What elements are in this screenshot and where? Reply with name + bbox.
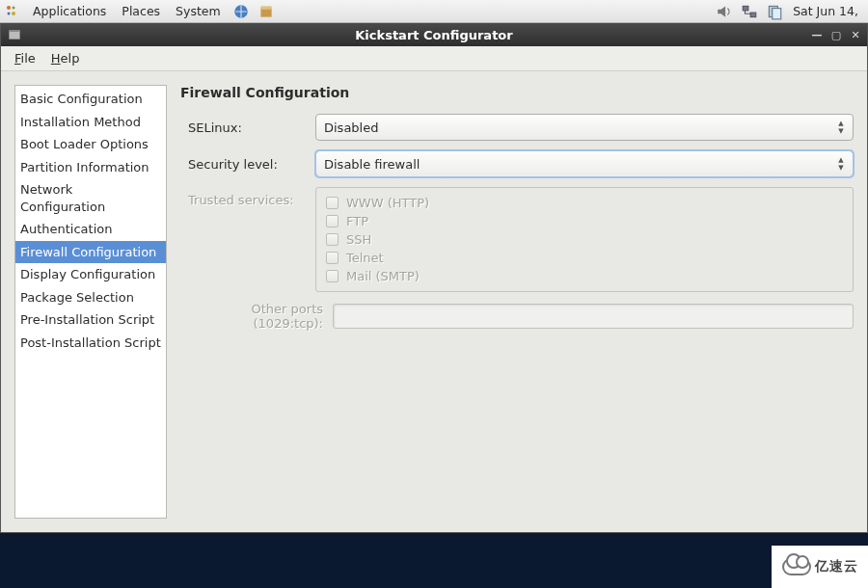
window-app-icon — [7, 27, 22, 42]
service-label: Mail (SMTP) — [346, 269, 420, 283]
service-label: FTP — [346, 214, 368, 228]
svg-rect-5 — [260, 8, 271, 16]
service-row-ssh: SSH — [326, 232, 843, 247]
sidebar-item-installation-method[interactable]: Installation Method — [15, 111, 166, 134]
volume-icon[interactable] — [716, 3, 733, 20]
selinux-label: SELinux: — [180, 120, 306, 135]
svg-point-2 — [8, 12, 11, 14]
window-title: Kickstart Configurator — [1, 28, 867, 42]
page-title: Firewall Configuration — [180, 85, 854, 100]
svg-marker-7 — [718, 6, 725, 16]
svg-point-3 — [12, 12, 15, 15]
menu-help[interactable]: Help — [43, 49, 88, 67]
security-level-label: Security level: — [180, 157, 306, 172]
close-button[interactable]: ✕ — [846, 25, 865, 44]
maximize-button[interactable]: ▢ — [827, 25, 846, 44]
watermark-text: 亿速云 — [815, 558, 858, 575]
minimize-button[interactable]: — — [807, 25, 827, 44]
service-label: Telnet — [346, 251, 384, 265]
checkbox — [326, 252, 339, 264]
other-ports-label: Other ports (1029:tcp): — [180, 302, 323, 331]
trusted-services-label: Trusted services: — [180, 187, 306, 207]
gnome-foot-icon — [4, 4, 19, 19]
sidebar-item-partition-information[interactable]: Partition Information — [15, 156, 166, 179]
svg-rect-8 — [743, 6, 748, 11]
svg-rect-11 — [773, 8, 781, 18]
panel-menu-system[interactable]: System — [168, 4, 229, 18]
service-row-telnet: Telnet — [326, 251, 843, 265]
desktop-background: 亿速云 — [0, 544, 868, 588]
trusted-services-box: WWW (HTTP)FTPSSHTelnetMail (SMTP) — [315, 187, 854, 292]
sidebar-item-basic-configuration[interactable]: Basic Configuration — [15, 88, 166, 111]
globe-icon[interactable] — [232, 3, 250, 20]
service-row-ftp: FTP — [326, 214, 843, 228]
other-ports-input — [333, 304, 854, 329]
main-panel: Firewall Configuration SELinux: Disabled… — [180, 85, 854, 519]
sidebar-item-authentication[interactable]: Authentication — [15, 218, 166, 241]
sidebar-item-pre-installation-script[interactable]: Pre-Installation Script — [15, 308, 166, 332]
watermark-logo: 亿速云 — [772, 546, 868, 588]
menubar: File Help — [1, 46, 867, 71]
row-other-ports: Other ports (1029:tcp): — [180, 302, 854, 331]
svg-rect-13 — [10, 32, 19, 39]
row-security-level: Security level: Disable firewall — [180, 150, 854, 177]
selinux-combo[interactable]: Disabled — [315, 114, 854, 141]
package-icon[interactable] — [258, 3, 275, 20]
cloud-icon — [782, 558, 811, 575]
clipboard-icon[interactable] — [766, 3, 783, 20]
checkbox — [326, 270, 339, 282]
svg-point-1 — [13, 6, 15, 9]
service-row-mail-smtp-: Mail (SMTP) — [326, 269, 843, 283]
row-selinux: SELinux: Disabled — [180, 114, 854, 141]
panel-clock[interactable]: Sat Jun 14, — [787, 4, 864, 18]
network-icon[interactable] — [741, 3, 758, 20]
panel-menu-places[interactable]: Places — [114, 4, 168, 18]
combo-spinner-icon — [833, 153, 849, 174]
svg-point-0 — [7, 6, 11, 10]
sidebar-item-firewall-configuration[interactable]: Firewall Configuration — [15, 241, 166, 264]
service-label: WWW (HTTP) — [346, 196, 429, 210]
sidebar-item-network-configuration[interactable]: Network Configuration — [15, 178, 166, 218]
svg-rect-6 — [260, 6, 271, 9]
menu-file[interactable]: File — [7, 49, 43, 67]
window-body: Basic ConfigurationInstallation MethodBo… — [1, 71, 867, 532]
gnome-top-panel: Applications Places System Sat Jun 14, — [0, 0, 868, 23]
selinux-value: Disabled — [324, 120, 378, 135]
checkbox — [326, 215, 339, 227]
service-row-www-http-: WWW (HTTP) — [326, 196, 843, 210]
row-trusted-services: Trusted services: WWW (HTTP)FTPSSHTelnet… — [180, 187, 854, 292]
panel-menu-applications[interactable]: Applications — [25, 4, 114, 18]
sidebar-item-post-installation-script[interactable]: Post-Installation Script — [15, 332, 166, 355]
security-level-combo[interactable]: Disable firewall — [315, 150, 854, 177]
checkbox — [326, 233, 339, 246]
sidebar-item-boot-loader-options[interactable]: Boot Loader Options — [15, 133, 166, 156]
service-label: SSH — [346, 232, 371, 247]
sidebar: Basic ConfigurationInstallation MethodBo… — [14, 85, 167, 519]
sidebar-item-package-selection[interactable]: Package Selection — [15, 286, 166, 309]
security-level-value: Disable firewall — [324, 157, 420, 172]
titlebar[interactable]: Kickstart Configurator — ▢ ✕ — [1, 23, 867, 46]
combo-spinner-icon — [833, 117, 849, 138]
checkbox — [326, 197, 339, 209]
sidebar-item-display-configuration[interactable]: Display Configuration — [15, 263, 166, 286]
app-window: Kickstart Configurator — ▢ ✕ File Help B… — [0, 23, 868, 533]
